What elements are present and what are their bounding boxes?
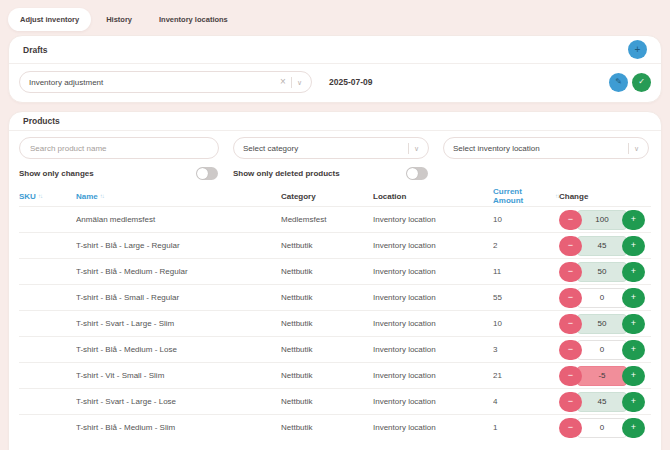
current-amount-cell: 10 xyxy=(493,319,559,328)
show-only-changes-group: Show only changes xyxy=(19,167,218,180)
sort-icon[interactable]: ↑↓ xyxy=(38,193,42,199)
current-amount-cell: 3 xyxy=(493,345,559,354)
drafts-row: Inventory adjustment × ∨ 2025-07-09 ✎ ✓ xyxy=(9,64,661,102)
change-value[interactable]: 100 xyxy=(576,210,628,230)
column-header-category: Category xyxy=(281,192,373,201)
column-header-name[interactable]: Name↑↓ xyxy=(76,192,281,201)
decrease-button[interactable]: − xyxy=(559,236,582,256)
category-cell: Medlemsfest xyxy=(281,215,373,224)
increase-button[interactable]: + xyxy=(622,314,645,334)
location-cell: Inventory location xyxy=(373,241,493,250)
column-header-sku[interactable]: SKU↑↓ xyxy=(19,192,76,201)
category-cell: Nettbutik xyxy=(281,267,373,276)
increase-button[interactable]: + xyxy=(622,236,645,256)
change-value[interactable]: 50 xyxy=(576,262,628,282)
product-filters: Select category ∨ Select inventory locat… xyxy=(9,131,661,163)
products-card-header: Products xyxy=(9,112,661,130)
chevron-down-icon[interactable]: ∨ xyxy=(297,79,302,86)
sort-icon[interactable]: ↑↓ xyxy=(100,193,104,199)
change-value[interactable]: 0 xyxy=(576,288,628,308)
change-stepper: −0+ xyxy=(559,340,651,360)
divider xyxy=(408,143,409,154)
tab-inventory-locations[interactable]: Inventory locations xyxy=(147,8,240,31)
select-controls: × ∨ xyxy=(280,77,302,88)
current-amount-cell: 11 xyxy=(493,267,559,276)
draft-date: 2025-07-09 xyxy=(329,77,372,87)
category-select[interactable]: Select category ∨ xyxy=(233,137,429,159)
change-value[interactable]: 0 xyxy=(576,418,628,438)
toggle-row: Show only changes Show only deleted prod… xyxy=(9,163,661,186)
change-value[interactable]: 45 xyxy=(576,236,628,256)
draft-select[interactable]: Inventory adjustment × ∨ xyxy=(19,71,312,93)
decrease-button[interactable]: − xyxy=(559,366,582,386)
category-cell: Nettbutik xyxy=(281,345,373,354)
increase-button[interactable]: + xyxy=(622,392,645,412)
show-only-changes-toggle[interactable] xyxy=(196,167,218,180)
change-stepper: −0+ xyxy=(559,288,651,308)
name-cell: T-shirt - Blå - Medium - Lose xyxy=(76,345,281,354)
decrease-button[interactable]: − xyxy=(559,262,582,282)
change-value[interactable]: 0 xyxy=(576,340,628,360)
increase-button[interactable]: + xyxy=(622,288,645,308)
pencil-icon: ✎ xyxy=(615,78,622,86)
increase-button[interactable]: + xyxy=(622,366,645,386)
confirm-draft-button[interactable]: ✓ xyxy=(632,73,651,92)
name-cell: T-shirt - Blå - Medium - Slim xyxy=(76,423,281,432)
change-value[interactable]: -5 xyxy=(576,366,628,386)
location-cell: Inventory location xyxy=(373,215,493,224)
table-header: SKU↑↓Name↑↓CategoryLocationCurrent Amoun… xyxy=(19,186,651,206)
increase-button[interactable]: + xyxy=(622,210,645,230)
show-only-deleted-products-group: Show only deleted products xyxy=(233,167,428,180)
change-cell: −50+ xyxy=(559,314,651,334)
show-only-changes-label: Show only changes xyxy=(19,169,196,178)
show-only-deleted-products-toggle[interactable] xyxy=(406,167,428,180)
name-cell: T-shirt - Blå - Small - Regular xyxy=(76,293,281,302)
decrease-button[interactable]: − xyxy=(559,392,582,412)
column-header-label: Current Amount xyxy=(493,187,553,205)
tab-adjust-inventory[interactable]: Adjust inventory xyxy=(8,8,91,31)
clear-icon[interactable]: × xyxy=(280,77,286,87)
category-cell: Nettbutik xyxy=(281,241,373,250)
column-header-change: Change xyxy=(559,192,651,201)
decrease-button[interactable]: − xyxy=(559,340,582,360)
decrease-button[interactable]: − xyxy=(559,210,582,230)
name-cell: T-shirt - Svart - Large - Slim xyxy=(76,319,281,328)
location-cell: Inventory location xyxy=(373,293,493,302)
show-only-deleted-products-label: Show only deleted products xyxy=(233,169,406,178)
current-amount-cell: 10 xyxy=(493,215,559,224)
change-cell: −45+ xyxy=(559,392,651,412)
table-row: Anmälan medlemsfestMedlemsfestInventory … xyxy=(19,206,651,232)
search-input[interactable] xyxy=(19,137,219,159)
divider xyxy=(628,143,629,154)
table-row: T-shirt - Blå - Medium - LoseNettbutikIn… xyxy=(19,336,651,362)
increase-button[interactable]: + xyxy=(622,418,645,438)
decrease-button[interactable]: − xyxy=(559,314,582,334)
column-header-label: Change xyxy=(559,192,588,201)
add-draft-button[interactable]: + xyxy=(628,40,647,59)
increase-button[interactable]: + xyxy=(622,340,645,360)
change-value[interactable]: 45 xyxy=(576,392,628,412)
chevron-down-icon[interactable]: ∨ xyxy=(634,145,639,152)
drafts-card-header: Drafts + xyxy=(9,36,661,63)
tab-history[interactable]: History xyxy=(94,8,144,31)
tab-bar: Adjust inventoryHistoryInventory locatio… xyxy=(0,0,670,35)
edit-draft-button[interactable]: ✎ xyxy=(609,73,628,92)
change-value[interactable]: 50 xyxy=(576,314,628,334)
change-cell: −0+ xyxy=(559,418,651,438)
drafts-card: Drafts + Inventory adjustment × ∨ 2025-0… xyxy=(8,35,662,103)
category-cell: Nettbutik xyxy=(281,397,373,406)
inventory-location-select[interactable]: Select inventory location ∨ xyxy=(443,137,649,159)
decrease-button[interactable]: − xyxy=(559,418,582,438)
table-row: T-shirt - Blå - Medium - RegularNettbuti… xyxy=(19,258,651,284)
chevron-down-icon[interactable]: ∨ xyxy=(414,145,419,152)
category-cell: Nettbutik xyxy=(281,423,373,432)
column-header-current-amount[interactable]: Current Amount↑↓ xyxy=(493,187,559,205)
decrease-button[interactable]: − xyxy=(559,288,582,308)
column-header-location: Location xyxy=(373,192,493,201)
increase-button[interactable]: + xyxy=(622,262,645,282)
divider xyxy=(291,77,292,88)
current-amount-cell: 4 xyxy=(493,397,559,406)
check-icon: ✓ xyxy=(638,78,645,86)
plus-icon: + xyxy=(635,45,641,55)
products-card: Products Select category ∨ Select invent… xyxy=(8,111,662,450)
